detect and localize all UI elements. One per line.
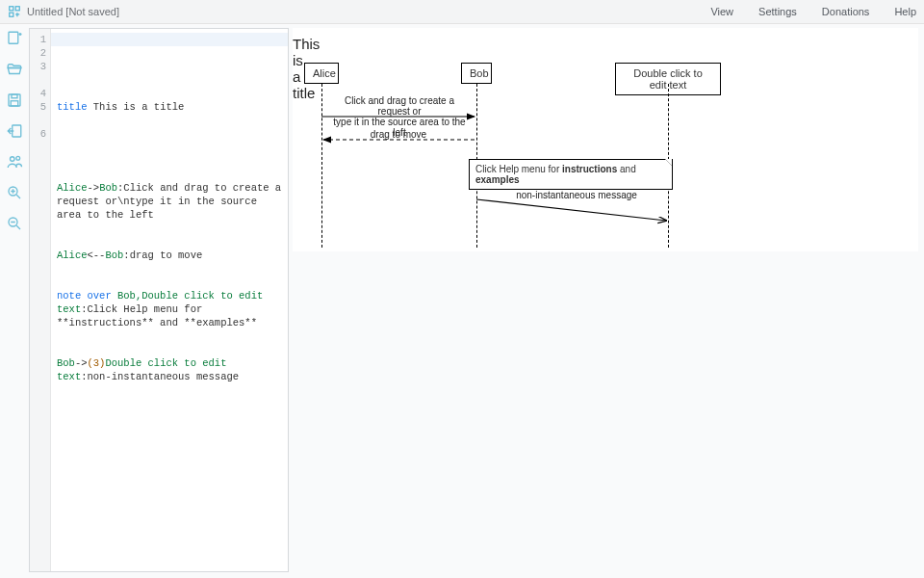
- message-label[interactable]: non-instantaneous message: [504, 190, 649, 200]
- svg-rect-2: [10, 13, 13, 16]
- open-file-icon[interactable]: [6, 61, 23, 78]
- code-text: This is a title: [88, 101, 185, 113]
- zoom-out-icon[interactable]: [6, 215, 23, 232]
- code-text: ->: [88, 182, 100, 194]
- menu-help[interactable]: Help: [894, 6, 916, 17]
- svg-line-14: [476, 199, 666, 221]
- code-text: :drag to move: [123, 250, 202, 261]
- new-file-icon[interactable]: [6, 30, 23, 47]
- code-duration: (3): [88, 357, 106, 369]
- document-title: Untitled [Not saved]: [27, 6, 119, 17]
- svg-rect-1: [15, 7, 19, 11]
- line-number: 3: [30, 60, 46, 87]
- editor-code-area[interactable]: title This is a title Alice->Bob:Click a…: [51, 29, 288, 571]
- diagram-arrows: [293, 28, 726, 250]
- code-text: :non-instantaneous message: [81, 371, 239, 382]
- editor-gutter: 1 2 3 4 5 6: [30, 29, 51, 571]
- participant-name: Bob: [99, 182, 117, 194]
- kw-title: title: [57, 101, 88, 113]
- menu-view[interactable]: View: [710, 6, 733, 17]
- code-text: <--: [88, 250, 106, 261]
- content-split: 1 2 3 4 5 6 title This is a title Alice-…: [29, 24, 924, 578]
- svg-point-9: [16, 156, 20, 160]
- main-area: 1 2 3 4 5 6 title This is a title Alice-…: [0, 24, 924, 578]
- app-logo-icon: [8, 5, 21, 18]
- export-icon[interactable]: [6, 122, 23, 140]
- kw-note: note over: [57, 290, 117, 302]
- code-editor[interactable]: 1 2 3 4 5 6 title This is a title Alice-…: [29, 28, 289, 572]
- participant-name: Bob: [57, 357, 75, 369]
- save-file-icon[interactable]: [6, 92, 23, 109]
- active-line-highlight: [51, 33, 288, 46]
- participant-name: Alice: [57, 250, 88, 261]
- participants-icon[interactable]: [6, 153, 23, 171]
- line-number: 4: [30, 87, 46, 100]
- tool-sidebar: [0, 24, 29, 578]
- note-box[interactable]: Click Help menu for instructions and exa…: [469, 159, 673, 190]
- code-text: :Click Help menu for **instructions** an…: [57, 303, 257, 328]
- menu-settings[interactable]: Settings: [758, 6, 797, 17]
- code-text: ->: [75, 357, 88, 369]
- line-number: 2: [30, 46, 46, 60]
- svg-rect-0: [10, 7, 13, 11]
- svg-rect-6: [11, 101, 18, 106]
- zoom-in-icon[interactable]: [6, 184, 23, 201]
- svg-rect-3: [9, 32, 18, 43]
- note-fold-inner-icon: [665, 159, 672, 166]
- topbar: Untitled [Not saved] View Settings Donat…: [0, 0, 924, 24]
- participant-name: Alice: [57, 182, 88, 194]
- diagram-canvas[interactable]: This is a title Alice Bob Double click t…: [293, 28, 918, 251]
- line-number: 1: [30, 33, 46, 46]
- participant-name: Bob: [105, 250, 123, 261]
- menu-donations[interactable]: Donations: [822, 6, 870, 17]
- line-number: 5: [30, 100, 46, 127]
- svg-rect-5: [12, 94, 17, 98]
- message-label[interactable]: drag to move: [360, 129, 437, 140]
- svg-point-8: [11, 157, 15, 162]
- line-number: 6: [30, 127, 46, 154]
